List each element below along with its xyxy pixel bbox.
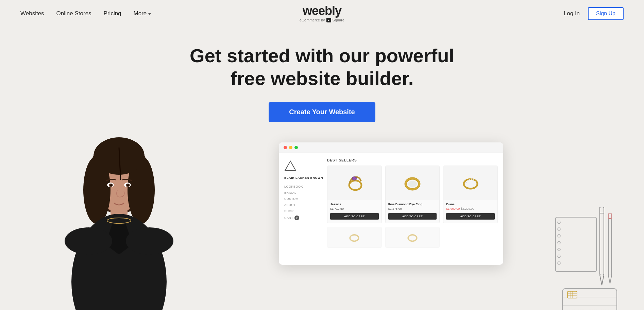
store-menu: LOOKBOOK BRIDAL CUSTOM ABOUT SHOP CART 2 — [284, 185, 323, 220]
product-image-row2-1 — [327, 227, 382, 247]
menu-about[interactable]: ABOUT — [284, 203, 323, 207]
logo-sub: eCommerce by ■ Square — [300, 18, 344, 22]
store-sidebar: BLAIR LAUREN BROWN LOOKBOOK BRIDAL CUSTO… — [284, 158, 323, 248]
product-name-jessica: Jessica — [330, 203, 379, 206]
browser-mockup: BLAIR LAUREN BROWN LOOKBOOK BRIDAL CUSTO… — [279, 142, 503, 265]
browser-dot-yellow — [289, 146, 292, 149]
browser-dot-red — [284, 146, 287, 149]
site-logo[interactable]: weebly eCommerce by ■ Square — [300, 5, 344, 22]
svg-point-18 — [349, 180, 361, 190]
svg-point-25 — [464, 179, 477, 189]
hero-headline: Get started with our powerful free websi… — [189, 44, 455, 90]
svg-point-29 — [471, 178, 472, 180]
product-image-diamond — [386, 166, 440, 200]
menu-custom[interactable]: CUSTOM — [284, 197, 323, 201]
product-card-row2-1 — [327, 227, 382, 248]
svg-point-28 — [469, 179, 470, 180]
svg-rect-48 — [608, 214, 612, 219]
product-name-diamond: Fine Diamond Eye Ring — [388, 203, 437, 206]
create-website-button[interactable]: Create Your Website — [269, 102, 375, 122]
product-price-diana: $1,900.00 $2,299.00 — [446, 207, 495, 210]
product-info-diana: Diana $1,900.00 $2,299.00 ADD TO CART — [443, 200, 497, 223]
product-card-row2-2 — [385, 227, 440, 248]
nav-more-dropdown[interactable]: More — [134, 10, 152, 17]
svg-marker-17 — [285, 161, 296, 171]
svg-point-9 — [126, 227, 173, 255]
signup-button[interactable]: Sign Up — [588, 7, 624, 20]
products-grid: Jessica $1,712.50 ADD TO CART — [327, 166, 498, 223]
svg-point-15 — [110, 184, 112, 186]
svg-point-31 — [475, 181, 476, 182]
menu-bridal[interactable]: BRIDAL — [284, 191, 323, 194]
svg-point-30 — [473, 179, 474, 180]
store-triangle-logo — [284, 160, 296, 171]
browser-bar — [279, 142, 503, 153]
chevron-down-icon — [148, 13, 151, 15]
cart-badge: 2 — [294, 216, 299, 220]
nav-websites[interactable]: Websites — [20, 10, 44, 17]
person-image — [48, 136, 190, 310]
svg-marker-47 — [608, 275, 612, 283]
svg-point-33 — [408, 235, 417, 241]
nav-right: Log In Sign Up — [564, 7, 624, 20]
svg-point-27 — [467, 180, 468, 181]
product-info-jessica: Jessica $1,712.50 ADD TO CART — [327, 200, 382, 223]
hero-visual: BLAIR LAUREN BROWN LOOKBOOK BRIDAL CUSTO… — [0, 142, 644, 310]
menu-lookbook[interactable]: LOOKBOOK — [284, 185, 323, 188]
store-content: BLAIR LAUREN BROWN LOOKBOOK BRIDAL CUSTO… — [279, 153, 503, 253]
svg-rect-46 — [608, 214, 612, 275]
square-icon: ■ — [326, 18, 331, 22]
menu-shop[interactable]: SHOP — [284, 209, 323, 213]
drawing-decoration: 4117 1234 5678 9010 — [549, 204, 624, 310]
svg-rect-34 — [556, 217, 596, 272]
svg-point-24 — [408, 181, 417, 187]
svg-point-8 — [65, 227, 112, 255]
add-to-cart-diamond[interactable]: ADD TO CART — [388, 213, 437, 220]
nav-links-left: Websites Online Stores Pricing More — [20, 10, 151, 17]
product-card-jessica: Jessica $1,712.50 ADD TO CART — [327, 166, 382, 223]
store-main: BEST SELLERS — [327, 158, 498, 248]
svg-marker-44 — [600, 275, 604, 285]
login-button[interactable]: Log In — [564, 10, 580, 17]
svg-point-16 — [127, 184, 129, 186]
store-brand-name: BLAIR LAUREN BROWN — [284, 176, 323, 179]
product-image-row2-2 — [386, 227, 440, 247]
svg-point-32 — [350, 235, 359, 241]
product-price-diamond: $1,275.00 — [388, 207, 437, 210]
best-sellers-label: BEST SELLERS — [327, 158, 498, 162]
svg-rect-49 — [562, 289, 617, 310]
navbar: Websites Online Stores Pricing More weeb… — [0, 0, 644, 27]
product-card-diana: Diana $1,900.00 $2,299.00 ADD TO CART — [443, 166, 498, 223]
add-to-cart-jessica[interactable]: ADD TO CART — [330, 213, 379, 220]
menu-cart[interactable]: CART 2 — [284, 216, 323, 220]
product-image-diana — [443, 166, 497, 200]
products-grid-row2 — [327, 227, 498, 248]
logo-text: weebly — [300, 5, 344, 17]
add-to-cart-diana[interactable]: ADD TO CART — [446, 213, 495, 220]
sale-price-diana: $1,900.00 — [446, 207, 460, 210]
product-image-jessica — [327, 166, 382, 200]
hero-section: Get started with our powerful free websi… — [0, 27, 644, 310]
svg-rect-43 — [600, 207, 604, 275]
product-card-diamond: Fine Diamond Eye Ring $1,275.00 ADD TO C… — [385, 166, 440, 223]
orig-price-diana: $2,299.00 — [461, 207, 474, 210]
nav-more-label: More — [134, 10, 147, 17]
svg-rect-45 — [600, 207, 604, 213]
browser-dot-green — [294, 146, 298, 149]
product-name-diana: Diana — [446, 203, 495, 206]
nav-online-stores[interactable]: Online Stores — [56, 10, 91, 17]
product-info-diamond: Fine Diamond Eye Ring $1,275.00 ADD TO C… — [386, 200, 440, 223]
svg-point-26 — [465, 182, 467, 183]
nav-pricing[interactable]: Pricing — [104, 10, 121, 17]
product-price-jessica: $1,712.50 — [330, 207, 379, 210]
